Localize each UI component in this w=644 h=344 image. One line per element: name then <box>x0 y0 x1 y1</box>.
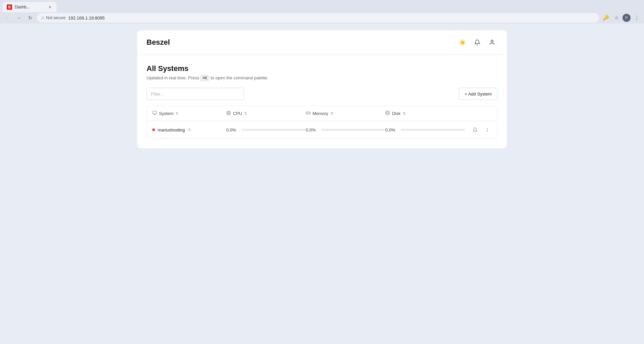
table-row: mariushosting ⚙ 0.0% 0.0% <box>147 121 497 139</box>
column-memory[interactable]: Memory ⇅ <box>306 111 386 116</box>
add-system-button[interactable]: + Add System <box>459 88 497 100</box>
memory-column-icon <box>306 111 311 116</box>
page-title: All Systems <box>147 64 497 73</box>
memory-progress-bg <box>321 129 386 131</box>
filter-add-row: + Add System <box>147 88 497 100</box>
menu-button[interactable]: ⋮ <box>632 13 641 23</box>
memory-value: 0.0% <box>306 127 318 132</box>
active-tab[interactable]: B Dashb... ✕ <box>3 2 56 12</box>
app-logo: Beszel <box>147 38 170 47</box>
browser-toolbar: ← → ↻ ⚠ Not secure 192.168.1.18:8095 🔑 ☆… <box>0 12 644 24</box>
cpu-progress-bg <box>242 129 306 131</box>
system-settings-icon[interactable]: ⚙ <box>188 127 191 132</box>
filter-input[interactable] <box>147 88 244 100</box>
subtitle-post: to open the command palette. <box>210 75 268 80</box>
tab-title: Dashb... <box>15 5 44 9</box>
disk-value: 0.0% <box>385 127 397 132</box>
back-button[interactable]: ← <box>3 13 12 23</box>
reload-button[interactable]: ↻ <box>26 13 35 23</box>
main-panel: All Systems Updated in real time. Press … <box>137 55 507 148</box>
app-header-actions: ☀️ <box>457 37 497 48</box>
tab-favicon: B <box>7 4 12 10</box>
svg-rect-4 <box>227 111 230 114</box>
memory-sort-icon: ⇅ <box>330 111 333 116</box>
system-sort-icon: ⇅ <box>175 111 178 116</box>
filter-wrapper <box>147 88 244 100</box>
add-system-label: + Add System <box>465 91 492 97</box>
svg-point-21 <box>487 129 487 130</box>
cpu-metric-cell: 0.0% <box>226 127 306 132</box>
system-column-icon <box>152 111 157 116</box>
browser-chrome: B Dashb... ✕ ← → ↻ ⚠ Not secure 192.168.… <box>0 0 644 24</box>
svg-point-22 <box>487 131 487 131</box>
page-content: Beszel ☀️ All Systems <box>0 24 644 344</box>
svg-point-20 <box>487 128 487 128</box>
memory-column-label: Memory <box>313 111 328 116</box>
cpu-column-label: CPU <box>233 111 242 116</box>
security-label: Not secure <box>46 15 66 20</box>
svg-rect-1 <box>153 111 157 114</box>
app-container: Beszel ☀️ All Systems <box>137 30 507 148</box>
bookmark-button[interactable]: ☆ <box>612 13 621 23</box>
column-system[interactable]: System ⇅ <box>152 111 226 116</box>
keyboard-shortcut: ⌘K <box>200 75 209 81</box>
disk-sort-icon: ⇅ <box>403 111 406 116</box>
column-cpu[interactable]: CPU ⇅ <box>226 111 306 116</box>
alert-button[interactable] <box>470 125 480 135</box>
forward-button[interactable]: → <box>14 13 24 23</box>
toolbar-actions: 🔑 ☆ P ⋮ <box>601 13 641 23</box>
tab-close-button[interactable]: ✕ <box>47 4 52 10</box>
disk-column-icon <box>385 111 390 116</box>
system-name[interactable]: mariushosting <box>158 127 185 132</box>
column-disk[interactable]: Disk ⇅ <box>385 111 465 116</box>
tab-bar: B Dashb... ✕ <box>0 0 644 12</box>
address-url: 192.168.1.18:8095 <box>68 15 595 21</box>
security-indicator: ⚠ Not secure <box>41 15 66 20</box>
warning-icon: ⚠ <box>41 15 45 20</box>
systems-table: System ⇅ <box>147 106 497 139</box>
cpu-sort-icon: ⇅ <box>244 111 247 116</box>
page-subtitle: Updated in real time. Press ⌘K to open t… <box>147 75 497 81</box>
table-header: System ⇅ <box>147 106 497 121</box>
cpu-value: 0.0% <box>226 127 238 132</box>
subtitle-pre: Updated in real time. Press <box>147 75 200 80</box>
disk-metric-cell: 0.0% <box>385 127 465 132</box>
system-cell: mariushosting ⚙ <box>152 127 226 132</box>
address-bar[interactable]: ⚠ Not secure 192.168.1.18:8095 <box>37 13 599 23</box>
cpu-column-icon <box>226 111 231 116</box>
notifications-button[interactable] <box>472 37 483 48</box>
svg-rect-5 <box>228 112 229 114</box>
row-actions <box>465 125 492 135</box>
theme-toggle-button[interactable]: ☀️ <box>457 37 468 48</box>
disk-progress-bg <box>401 129 465 131</box>
password-manager-button[interactable]: 🔑 <box>601 13 610 23</box>
svg-point-0 <box>491 40 493 42</box>
system-column-label: System <box>159 111 173 116</box>
status-indicator <box>152 128 155 131</box>
user-button[interactable] <box>487 37 497 48</box>
app-header: Beszel ☀️ <box>137 30 507 55</box>
more-options-button[interactable] <box>482 125 492 135</box>
profile-button[interactable]: P <box>622 14 631 22</box>
svg-point-19 <box>386 111 390 112</box>
memory-metric-cell: 0.0% <box>306 127 386 132</box>
svg-rect-14 <box>306 112 310 114</box>
table-body: mariushosting ⚙ 0.0% 0.0% <box>147 121 497 139</box>
disk-column-label: Disk <box>392 111 400 116</box>
